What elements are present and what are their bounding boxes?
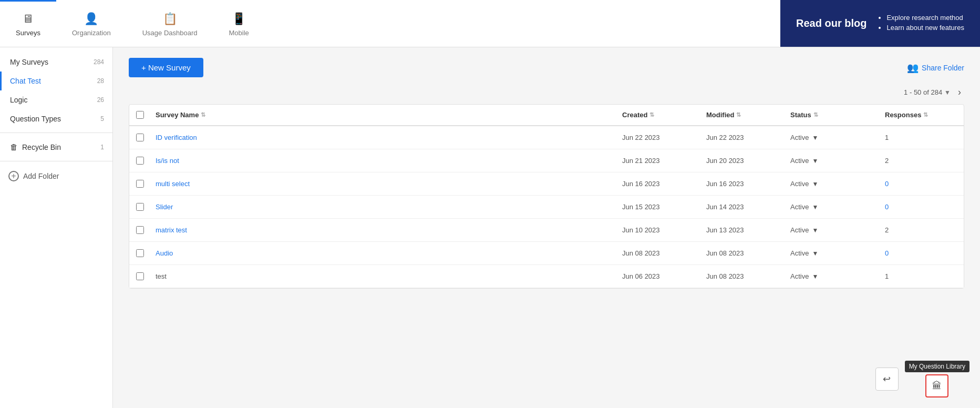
tab-surveys[interactable]: 🖥 Surveys [0,0,56,47]
row-created: Jun 15 2023 [617,203,701,211]
add-folder-label: Add Folder [23,172,59,180]
sort-status-icon[interactable]: ⇅ [813,111,818,118]
row-checkbox-2[interactable] [136,180,144,188]
status-dropdown[interactable]: ▼ [812,134,818,141]
row-checkbox-col [129,157,150,165]
status-text: Active [790,226,809,234]
blog-bullets: Explore research method Learn about new … [877,14,964,34]
survey-name-link[interactable]: matrix test [156,226,187,234]
pagination-dropdown-arrow[interactable]: ▼ [944,89,951,96]
trash-icon: 🗑 [10,142,18,151]
survey-name-link[interactable]: Slider [156,203,173,211]
toolbar: + New Survey 👥 Share Folder [129,58,964,77]
status-dropdown[interactable]: ▼ [812,227,818,234]
pagination-next-button[interactable]: › [955,86,964,99]
tab-usage-dashboard[interactable]: 📋 Usage Dashboard [127,0,213,47]
row-responses: 0 [880,180,964,188]
sort-survey-name-icon[interactable]: ⇅ [201,111,205,118]
add-folder-item[interactable]: + Add Folder [0,166,112,187]
table-header: Survey Name ⇅ Created ⇅ Modified ⇅ Statu… [129,105,964,126]
question-library-wrapper: My Question Library 🏛 [905,361,969,397]
content-area: + New Survey 👥 Share Folder 1 - 50 of 28… [113,47,980,408]
row-checkbox-col [129,226,150,234]
select-all-checkbox[interactable] [136,111,144,119]
row-checkbox-col [129,249,150,257]
row-survey-name: ID verification [150,134,617,141]
row-checkbox-3[interactable] [136,203,144,211]
blog-banner[interactable]: Read our blog Explore research method Le… [780,0,980,47]
survey-name-link[interactable]: ID verification [156,134,197,141]
response-count: 2 [885,226,889,234]
sidebar-label-question-types: Question Types [10,115,61,123]
tab-mobile[interactable]: 📱 Mobile [213,0,264,47]
row-modified: Jun 13 2023 [701,226,785,234]
sort-responses-icon[interactable]: ⇅ [923,111,928,118]
row-survey-name: test [150,272,617,280]
bottom-actions: ↩ My Question Library 🏛 [875,361,969,397]
row-status: Active ▼ [785,203,880,211]
tab-surveys-label: Surveys [16,29,40,37]
row-created: Jun 06 2023 [617,272,701,280]
row-checkbox-1[interactable] [136,157,144,165]
sidebar-badge-logic: 26 [97,96,104,104]
status-dropdown[interactable]: ▼ [812,273,818,280]
table-row: Audio Jun 08 2023 Jun 08 2023 Active ▼ 0 [129,242,964,265]
row-created: Jun 08 2023 [617,249,701,257]
status-dropdown[interactable]: ▼ [812,180,818,188]
row-modified: Jun 22 2023 [701,134,785,141]
sidebar-item-question-types[interactable]: Question Types 5 [0,109,112,128]
sort-modified-icon[interactable]: ⇅ [736,111,741,118]
response-count[interactable]: 0 [885,180,889,188]
main-layout: My Surveys 284 Chat Test 28 Logic 26 Que… [0,47,980,408]
header-created: Created ⇅ [617,111,701,119]
share-folder-label: Share Folder [922,64,964,72]
header-modified: Modified ⇅ [701,111,785,119]
row-checkbox-6[interactable] [136,272,144,280]
table-row: matrix test Jun 10 2023 Jun 13 2023 Acti… [129,219,964,242]
status-text: Active [790,249,809,257]
sidebar-item-recycle-bin[interactable]: 🗑 Recycle Bin 1 [0,137,112,157]
sort-created-icon[interactable]: ⇅ [649,111,654,118]
response-count: 2 [885,157,889,165]
row-checkbox-4[interactable] [136,226,144,234]
tab-usage-dashboard-label: Usage Dashboard [142,29,198,37]
sidebar-badge-my-surveys: 284 [94,58,104,66]
sidebar-badge-question-types: 5 [100,115,104,123]
sidebar-item-chat-test[interactable]: Chat Test 28 [0,72,112,90]
tab-mobile-label: Mobile [229,29,249,37]
row-checkbox-0[interactable] [136,134,144,141]
header-checkbox-col [129,111,150,119]
blog-bullet-2: Learn about new features [886,24,964,32]
status-text: Active [790,180,809,188]
status-dropdown[interactable]: ▼ [812,250,818,257]
new-survey-label: + New Survey [141,63,191,72]
header-status: Status ⇅ [785,111,880,119]
tab-organization[interactable]: 👤 Organization [56,0,127,47]
question-library-button[interactable]: 🏛 [925,374,948,397]
status-text: Active [790,203,809,211]
sidebar-item-my-surveys[interactable]: My Surveys 284 [0,53,112,72]
row-status: Active ▼ [785,157,880,165]
status-text: Active [790,134,809,141]
row-checkbox-5[interactable] [136,249,144,257]
status-text: Active [790,272,809,280]
status-dropdown[interactable]: ▼ [812,203,818,211]
row-checkbox-col [129,203,150,211]
survey-name-link[interactable]: multi select [156,180,190,188]
header-survey-name: Survey Name ⇅ [150,111,617,119]
response-count[interactable]: 0 [885,203,889,211]
pagination-text: 1 - 50 of 284 [904,88,942,96]
share-folder-button[interactable]: 👥 Share Folder [907,62,964,74]
response-count[interactable]: 0 [885,249,889,257]
back-button[interactable]: ↩ [875,368,899,391]
blog-bullet-1: Explore research method [886,14,964,22]
survey-name-link[interactable]: Audio [156,249,173,257]
survey-name-link[interactable]: Is/is not [156,157,179,165]
table-body: ID verification Jun 22 2023 Jun 22 2023 … [129,126,964,288]
sidebar-item-logic[interactable]: Logic 26 [0,90,112,109]
row-status: Active ▼ [785,249,880,257]
usage-dashboard-icon: 📋 [163,12,177,26]
status-dropdown[interactable]: ▼ [812,157,818,165]
new-survey-button[interactable]: + New Survey [129,58,203,77]
row-responses: 1 [880,272,964,280]
